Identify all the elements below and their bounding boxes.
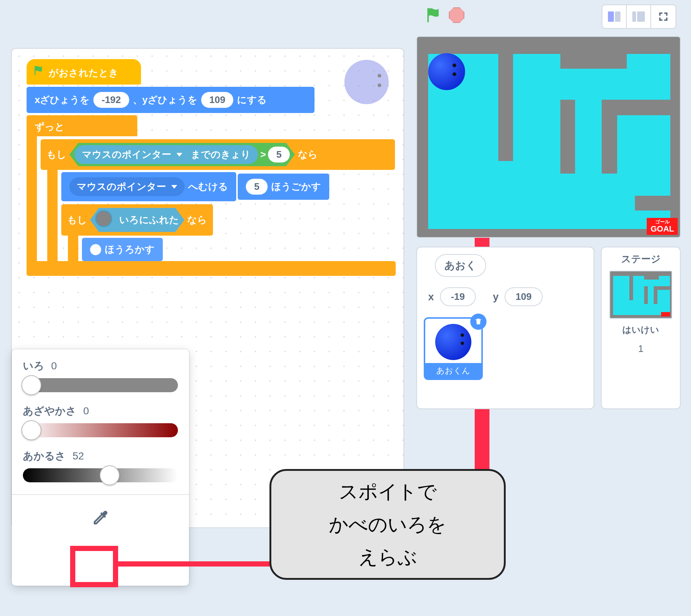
divider	[12, 494, 189, 495]
partial-block[interactable]: ほうろかす	[82, 238, 163, 261]
svg-rect-3	[637, 11, 645, 22]
hue-label: いろ	[23, 360, 44, 372]
stage-panel-title: ステージ	[607, 253, 675, 266]
green-flag-icon	[33, 65, 44, 76]
chevron-down-icon[interactable]	[176, 153, 182, 157]
forever-foot	[27, 261, 396, 276]
code-stack: がおされたとき xざひょうを -192 、yざひょうを 109 にする ずっと …	[27, 59, 403, 276]
brightness-label: あかるさ	[23, 450, 66, 462]
distance-to-reporter[interactable]: マウスのポインター までのきょり	[75, 145, 258, 164]
backdrop-thumb[interactable]	[609, 271, 672, 319]
svg-rect-2	[632, 11, 636, 22]
point-towards-block[interactable]: マウスのポインター へむける	[61, 172, 236, 201]
when-flag-clicked-block[interactable]: がおされたとき	[27, 59, 141, 85]
backdrop-label: はいけい	[607, 324, 675, 336]
hue-thumb[interactable]	[21, 375, 41, 395]
hue-value: 0	[51, 360, 57, 372]
chevron-down-icon[interactable]	[171, 185, 177, 189]
if-distance-block[interactable]: もし マウスのポインター までのきょり > 5 なら	[41, 139, 395, 170]
saturation-label: あざやかさ	[23, 405, 76, 417]
stop-button[interactable]	[449, 7, 464, 23]
gt-operator[interactable]: マウスのポインター までのきょり > 5	[69, 143, 295, 166]
go-button[interactable]	[425, 7, 442, 24]
eyedropper-icon	[90, 508, 110, 528]
large-stage-button[interactable]	[627, 5, 651, 28]
sprite-y-input[interactable]: 109	[505, 287, 543, 306]
saturation-thumb[interactable]	[21, 420, 41, 440]
svg-rect-0	[608, 11, 614, 22]
stage-controls	[425, 7, 464, 24]
stage[interactable]: ゴール GOAL	[416, 36, 681, 238]
sprite-thumb	[435, 324, 471, 360]
svg-rect-1	[615, 11, 620, 22]
move-steps-input[interactable]: 5	[246, 179, 267, 195]
move-steps-block[interactable]: 5 ほうごかす	[238, 174, 329, 200]
backdrop-count: 1	[607, 343, 675, 355]
goto-x-input[interactable]: -192	[93, 92, 129, 108]
color-picker-popup: いろ 0 あざやかさ 0 あかるさ 52	[12, 349, 189, 586]
goto-xy-block[interactable]: xざひょうを -192 、yざひょうを 109 にする	[27, 87, 314, 113]
gt-value-input[interactable]: 5	[268, 147, 289, 162]
sprite-item-label: あおくん	[425, 363, 481, 379]
goal-tag: ゴール GOAL	[647, 218, 678, 235]
saturation-value: 0	[83, 405, 89, 417]
annotation-line	[117, 561, 270, 567]
if-touching-color-block[interactable]: もし いろにふれた なら	[61, 204, 213, 236]
touching-color-reporter[interactable]: いろにふれた	[90, 208, 184, 232]
forever-block[interactable]: ずっと	[27, 115, 137, 136]
instruction-callout: スポイトで かべのいろを えらぶ	[269, 469, 506, 580]
trash-icon	[474, 318, 482, 326]
sprite-x-input[interactable]: -19	[440, 287, 476, 306]
hat-label: がおされたとき	[49, 67, 118, 78]
stage-panel: ステージ はいけい 1	[601, 247, 681, 409]
view-mode-buttons	[602, 4, 676, 29]
small-stage-button[interactable]	[602, 5, 627, 28]
color-swatch[interactable]	[95, 210, 112, 227]
point-towards-menu[interactable]: マウスのポインター	[69, 177, 185, 196]
eyedropper-button[interactable]	[81, 501, 120, 535]
sprite-name-input[interactable]: あおく	[435, 254, 486, 277]
sprite-info-panel: あおく x -19 y 109 あおくん	[416, 247, 594, 409]
ball-sprite[interactable]	[428, 53, 465, 90]
hue-slider[interactable]	[23, 378, 178, 392]
brightness-value: 52	[72, 450, 84, 462]
delete-sprite-button[interactable]	[470, 314, 487, 330]
fullscreen-button[interactable]	[651, 5, 675, 28]
goto-y-input[interactable]: 109	[201, 92, 233, 108]
sprite-list-item[interactable]: あおくん	[424, 317, 483, 380]
brightness-thumb[interactable]	[100, 465, 120, 485]
saturation-slider[interactable]	[23, 423, 178, 437]
brightness-slider[interactable]	[23, 468, 178, 482]
